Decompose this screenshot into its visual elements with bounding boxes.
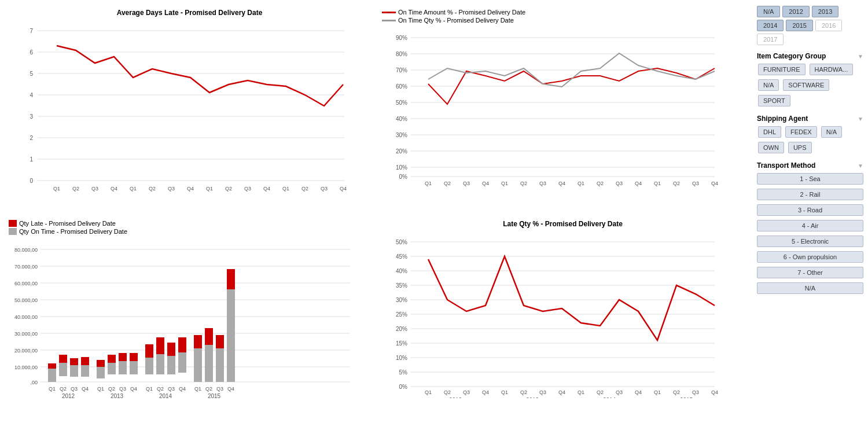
svg-text:Q1: Q1 — [578, 389, 584, 395]
legend-gray-line — [382, 20, 396, 21]
chart2-legend: On Time Amount % - Promised Delivery Dat… — [382, 9, 744, 24]
svg-text:45%: 45% — [396, 253, 407, 260]
svg-text:2015: 2015 — [680, 397, 693, 398]
svg-text:Q1: Q1 — [130, 186, 137, 192]
filter-btn-na-cat[interactable]: N/A — [758, 79, 779, 91]
svg-rect-124 — [227, 289, 235, 382]
legend-red: On Time Amount % - Promised Delivery Dat… — [382, 9, 744, 16]
svg-rect-95 — [48, 363, 56, 369]
filter-btn-road[interactable]: 3 - Road — [757, 204, 863, 216]
svg-text:5%: 5% — [399, 369, 408, 376]
svg-text:Q1: Q1 — [282, 186, 289, 192]
svg-text:Q1: Q1 — [425, 389, 432, 395]
svg-text:0%: 0% — [399, 384, 408, 390]
svg-text:60%: 60% — [396, 83, 407, 90]
year-btn-2015[interactable]: 2015 — [786, 20, 812, 31]
svg-text:Q3: Q3 — [616, 389, 623, 395]
svg-text:Q2: Q2 — [157, 386, 164, 392]
svg-text:Q4: Q4 — [187, 186, 194, 192]
svg-text:50%: 50% — [396, 239, 407, 245]
svg-text:5: 5 — [30, 71, 33, 77]
svg-text:Q2: Q2 — [205, 386, 212, 392]
svg-text:2013: 2013 — [111, 393, 124, 399]
svg-text:2012: 2012 — [62, 393, 75, 399]
svg-text:Q1: Q1 — [425, 181, 432, 186]
filter-btn-own[interactable]: OWN — [758, 142, 784, 153]
svg-text:Q2: Q2 — [108, 386, 115, 392]
svg-text:Q2: Q2 — [520, 181, 527, 186]
svg-rect-113 — [156, 337, 164, 354]
svg-text:Q2: Q2 — [520, 389, 527, 395]
transport-method-section: Transport Method ▼ 1 - Sea 2 - Rail 3 - … — [757, 161, 863, 295]
filter-btn-hardware[interactable]: HARDWA... — [810, 64, 854, 75]
svg-text:90%: 90% — [396, 35, 407, 41]
svg-rect-103 — [97, 360, 105, 367]
svg-text:Q1: Q1 — [97, 386, 104, 392]
svg-text:Q3: Q3 — [91, 186, 98, 192]
filter-btn-sport[interactable]: SPORT — [758, 95, 790, 106]
filter-btn-furniture[interactable]: FURNITURE — [758, 64, 806, 75]
item-category-filter-icon: ▼ — [858, 53, 863, 60]
year-btn-2017[interactable]: 2017 — [757, 34, 784, 45]
year-btn-2012[interactable]: 2012 — [782, 6, 809, 17]
filter-btn-sea[interactable]: 1 - Sea — [757, 173, 863, 185]
chart4-svg: 0% 5% 10% 15% 20% 25% 30% 35% 40% 45% 50… — [382, 230, 723, 398]
svg-text:1: 1 — [30, 156, 33, 163]
item-category-section: Item Category Group ▼ FURNITURE HARDWA..… — [757, 52, 863, 108]
svg-text:Q3: Q3 — [616, 181, 623, 186]
svg-text:Q1: Q1 — [501, 389, 508, 395]
svg-text:Q1: Q1 — [654, 181, 661, 186]
svg-text:2014: 2014 — [603, 397, 616, 398]
svg-text:2012: 2012 — [449, 397, 462, 398]
year-btn-na[interactable]: N/A — [757, 6, 780, 17]
svg-rect-107 — [119, 353, 127, 361]
svg-text:Q3: Q3 — [692, 181, 699, 186]
filter-btn-rail[interactable]: 2 - Rail — [757, 189, 863, 200]
transport-method-buttons: 1 - Sea 2 - Rail 3 - Road 4 - Air 5 - El… — [757, 172, 863, 295]
svg-text:2013: 2013 — [526, 397, 539, 398]
svg-text:3: 3 — [30, 113, 33, 120]
svg-text:25%: 25% — [396, 311, 407, 318]
filter-btn-electronic[interactable]: 5 - Electronic — [757, 236, 863, 247]
svg-rect-114 — [167, 356, 175, 374]
svg-rect-117 — [178, 337, 186, 352]
svg-text:Q2: Q2 — [301, 186, 308, 192]
filter-btn-na-transport[interactable]: N/A — [757, 282, 863, 294]
legend-ontime-color — [9, 228, 17, 235]
chart4-title: Late Qty % - Promised Delivery Date — [382, 220, 744, 228]
charts-area: Average Days Late - Promised Delivery Da… — [0, 0, 752, 434]
svg-rect-108 — [130, 361, 138, 374]
svg-text:40%: 40% — [396, 116, 407, 122]
filter-btn-air[interactable]: 4 - Air — [757, 220, 863, 231]
filter-btn-fedex[interactable]: FEDEX — [785, 126, 817, 138]
year-btn-2013[interactable]: 2013 — [812, 6, 838, 17]
shipping-agent-section: Shipping Agent ▼ DHL FEDEX N/A OWN UPS — [757, 115, 863, 155]
svg-text:Q4: Q4 — [179, 386, 186, 392]
svg-rect-96 — [59, 363, 67, 376]
item-category-title: Item Category Group ▼ — [757, 52, 863, 60]
svg-text:Q3: Q3 — [244, 186, 251, 192]
svg-text:7: 7 — [30, 28, 33, 34]
sidebar: N/A 2012 2013 2014 2015 2016 2017 Item C… — [752, 0, 868, 434]
svg-text:Q4: Q4 — [482, 181, 489, 186]
filter-btn-na-ship[interactable]: N/A — [821, 126, 842, 138]
year-btn-2014[interactable]: 2014 — [757, 20, 784, 31]
filter-btn-software[interactable]: SOFTWARE — [783, 79, 829, 91]
svg-text:Q3: Q3 — [168, 186, 175, 192]
filter-btn-dhl[interactable]: DHL — [758, 126, 781, 138]
svg-text:Q3: Q3 — [463, 181, 470, 186]
svg-rect-105 — [108, 355, 116, 363]
svg-rect-111 — [145, 344, 153, 358]
svg-text:10%: 10% — [396, 164, 407, 171]
svg-rect-115 — [167, 343, 175, 356]
svg-text:Q2: Q2 — [72, 186, 79, 192]
svg-text:Q2: Q2 — [597, 389, 604, 395]
filter-btn-ups[interactable]: UPS — [788, 142, 812, 153]
filter-btn-own-propulsion[interactable]: 6 - Own propulsion — [757, 251, 863, 263]
chart2-svg: 0% 10% 20% 30% 40% 50% 60% 70% 80% 90% — [382, 26, 723, 188]
svg-text:Q4: Q4 — [482, 389, 489, 395]
filter-btn-other[interactable]: 7 - Other — [757, 267, 863, 278]
year-btn-2016[interactable]: 2016 — [815, 20, 842, 31]
svg-rect-112 — [156, 354, 164, 374]
svg-rect-110 — [145, 358, 153, 374]
